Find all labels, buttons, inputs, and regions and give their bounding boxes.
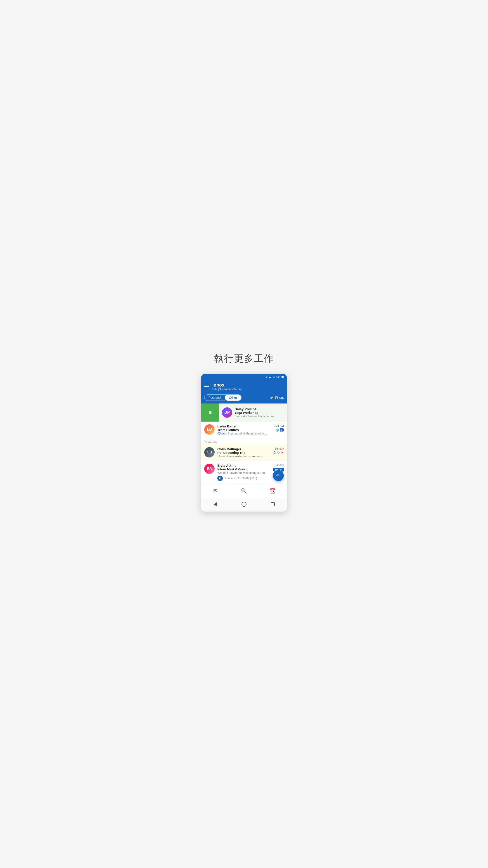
email-preview-daisy: Hey Katri, I know this is last m <box>234 414 284 418</box>
nav-search-button[interactable]: 🔍 <box>239 487 249 495</box>
attachment-badge-colin: 📎 <box>277 451 281 454</box>
email-row-colin: Colin Ballinger Re: Upcoming Trip I foun… <box>217 447 267 458</box>
hamburger-menu[interactable] <box>204 385 209 388</box>
email-preview-elvia: We look forward to welcoming our fa <box>217 471 267 474</box>
status-time: 10:28 <box>276 375 284 379</box>
email-row-lydia: Lydia Bauer Team Pictures @Katri, I uplo… <box>217 424 267 435</box>
inbox-title: Inbox <box>213 382 241 388</box>
app-bar: Inbox katri@lucernpubintl.com <box>201 380 287 393</box>
email-subject-colin: Re: Upcoming Trip <box>217 451 267 455</box>
archive-icon: ≡ <box>208 409 212 416</box>
at-badge-colin: @ <box>273 451 276 455</box>
recents-button[interactable] <box>269 500 277 508</box>
compose-fab[interactable]: ✏ <box>273 470 284 481</box>
count-badge-lydia: 2 <box>280 428 284 432</box>
avatar-elvia: EA <box>204 464 215 474</box>
recents-icon <box>271 502 275 506</box>
app-bar-title: Inbox katri@lucernpubintl.com <box>213 382 241 391</box>
avatar-colin: CB <box>204 447 215 458</box>
email-row-daisy: Daisy Phillips Yoga Workshop Hey Katri, … <box>234 407 284 418</box>
avatar-lydia: LB <box>204 424 215 435</box>
event-time-text: Tomorrow, 11:00 AM (30m) <box>225 477 257 480</box>
email-sender-lydia: Lydia Bauer <box>217 424 267 428</box>
phone-frame: ▾ ◂▸ ▭ 10:28 Inbox katri@lucernpubintl.c… <box>201 374 287 512</box>
nav-mail-button[interactable]: ✉ <box>211 487 220 495</box>
email-list: ≡ DP Daisy Phillips Yoga Workshop Hey Ka… <box>201 403 287 484</box>
email-sender-colin: Colin Ballinger <box>217 447 267 451</box>
nav-calendar-button[interactable]: 📆 <box>268 487 277 495</box>
date-divider: Yesterday <box>201 438 287 444</box>
filters-button[interactable]: ⚡ Filters <box>269 395 284 400</box>
at-badge-lydia: @ <box>276 428 279 432</box>
avatar-daisy: DP <box>222 407 232 418</box>
back-button[interactable] <box>211 500 219 508</box>
avatar-face-colin: CB <box>204 447 215 458</box>
bottom-nav: ✉ 🔍 📆 <box>201 484 287 498</box>
status-icons: ▾ ◂▸ ▭ 10:28 <box>266 375 284 379</box>
email-item-elvia[interactable]: EA Elvia Atkins Intern Meet & Greet We l… <box>201 461 287 484</box>
tab-other[interactable]: Other <box>225 395 241 401</box>
home-button[interactable] <box>240 500 248 508</box>
system-nav <box>201 498 287 512</box>
email-sender-elvia: Elvia Atkins <box>217 464 267 467</box>
search-icon: 🔍 <box>241 488 247 494</box>
email-row-elvia: Elvia Atkins Intern Meet & Greet We look… <box>217 464 267 481</box>
swipe-action-archive: ≡ <box>201 403 219 422</box>
email-badges-lydia: @ 2 <box>276 428 284 432</box>
tabs-container: Focused Other <box>204 395 241 401</box>
calendar-event-icon: 📅 <box>217 475 223 481</box>
filters-label: Filters <box>275 396 284 399</box>
email-time-colin: Sunday <box>274 447 284 450</box>
email-preview-lydia: @Katri, I uploaded all the pictures fro.… <box>217 432 267 435</box>
email-subject-lydia: Team Pictures <box>217 428 267 432</box>
email-preview-colin: I found these restaurants near our... <box>217 455 267 458</box>
inbox-email: katri@lucernpubintl.com <box>213 388 241 391</box>
email-sender-daisy: Daisy Phillips <box>234 407 284 411</box>
email-time-lydia: 8:31 AM <box>274 424 284 428</box>
email-preview-text-lydia: I uploaded all the pictures fro... <box>228 432 267 435</box>
status-bar: ▾ ◂▸ ▭ 10:28 <box>201 374 287 380</box>
flag-badge-colin: ⚑ <box>281 451 284 454</box>
email-time-elvia: Sunday <box>274 464 284 467</box>
avatar-face-lydia: LB <box>204 424 215 435</box>
mention-tag-lydia: @Katri, <box>217 432 227 435</box>
email-meta-lydia: 8:31 AM @ 2 <box>270 424 284 432</box>
email-badges-colin: @ 📎 ⚑ <box>273 451 284 455</box>
email-item-colin[interactable]: CB Colin Ballinger Re: Upcoming Trip I f… <box>201 444 287 461</box>
filters-icon: ⚡ <box>269 395 274 400</box>
email-item-lydia[interactable]: LB Lydia Bauer Team Pictures @Katri, I u… <box>201 422 287 438</box>
signal-icon: ◂▸ <box>269 375 271 379</box>
wifi-icon: ▾ <box>266 375 267 379</box>
tab-focused[interactable]: Focused <box>204 395 225 401</box>
battery-icon: ▭ <box>272 375 275 379</box>
tabs-bar: Focused Other ⚡ Filters <box>201 393 287 403</box>
page-title: 執行更多工作 <box>214 352 274 365</box>
mail-icon: ✉ <box>213 488 217 494</box>
email-item-daisy[interactable]: ≡ DP Daisy Phillips Yoga Workshop Hey Ka… <box>201 403 287 422</box>
avatar-face-elvia: EA <box>204 464 215 474</box>
email-content-daisy: DP Daisy Phillips Yoga Workshop Hey Katr… <box>219 403 287 422</box>
calendar-icon: 📆 <box>269 488 275 494</box>
compose-icon: ✏ <box>276 473 281 478</box>
email-subject-daisy: Yoga Workshop <box>234 411 284 414</box>
avatar-face-daisy: DP <box>222 407 232 418</box>
back-icon <box>214 502 217 506</box>
email-subject-elvia: Intern Meet & Greet <box>217 467 267 471</box>
home-icon <box>241 502 247 507</box>
email-meta-colin: Sunday @ 📎 ⚑ <box>270 447 284 455</box>
event-row-elvia: 📅 Tomorrow, 11:00 AM (30m) <box>217 475 267 481</box>
